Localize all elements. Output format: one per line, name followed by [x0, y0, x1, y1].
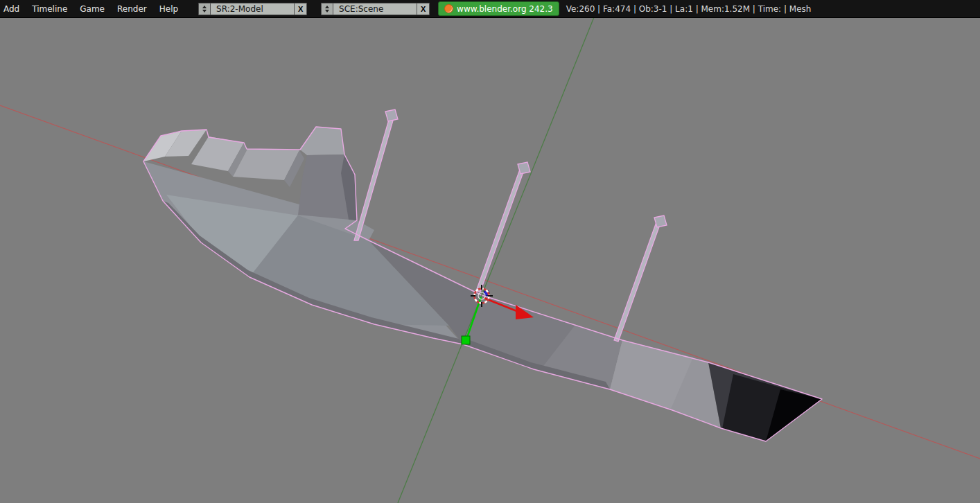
menu-timeline[interactable]: Timeline: [26, 4, 73, 14]
menu-game[interactable]: Game: [73, 4, 111, 14]
scene-selector: SCE:Scene X: [321, 3, 430, 15]
arrow-down-icon: [202, 10, 207, 12]
scene-stats: Ve:260 | Fa:474 | Ob:3-1 | La:1 | Mem:1.…: [566, 4, 812, 14]
screen-close-button[interactable]: X: [294, 3, 307, 15]
menu-render[interactable]: Render: [111, 4, 153, 14]
menu-help[interactable]: Help: [153, 4, 184, 14]
version-label: www.blender.org 242.3: [457, 4, 553, 14]
arrow-up-icon: [202, 6, 207, 8]
menu-add[interactable]: Add: [0, 4, 26, 14]
blender-window: Add Timeline Game Render Help SR:2-Model…: [0, 0, 980, 503]
blender-version-button[interactable]: www.blender.org 242.3: [438, 1, 559, 16]
arrow-down-icon: [325, 10, 329, 12]
top-header-bar: Add Timeline Game Render Help SR:2-Model…: [0, 0, 980, 18]
scene-name-field[interactable]: SCE:Scene: [333, 3, 417, 15]
screen-layout-selector: SR:2-Model X: [198, 3, 307, 15]
screen-name-field[interactable]: SR:2-Model: [210, 3, 294, 15]
arrow-up-icon: [325, 6, 329, 8]
manipulator-y-handle[interactable]: [462, 336, 470, 344]
viewport-3d[interactable]: [0, 0, 980, 503]
screen-browse-button[interactable]: [198, 3, 210, 15]
scene-close-button[interactable]: X: [417, 3, 430, 15]
scene-browse-button[interactable]: [321, 3, 333, 15]
blender-logo-icon: [444, 4, 453, 13]
